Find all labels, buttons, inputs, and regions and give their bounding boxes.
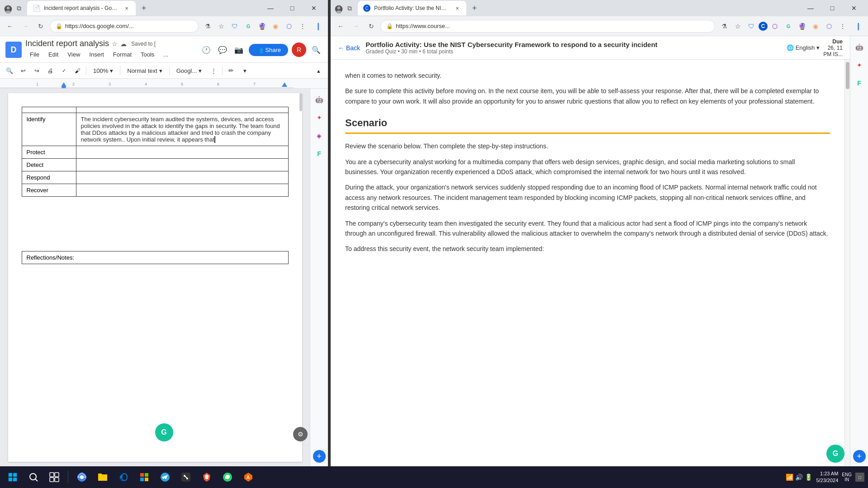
right-bookmark[interactable]: ☆ xyxy=(731,20,744,33)
coursera-content-scroll[interactable]: when it comes to network security. Be su… xyxy=(331,60,844,466)
right-maximize-button[interactable]: □ xyxy=(822,1,843,15)
left-maximize-button[interactable]: □ xyxy=(282,1,303,15)
redo-btn[interactable]: ↪ xyxy=(31,65,43,76)
user-avatar[interactable]: R xyxy=(292,43,306,57)
left-close-button[interactable]: ✕ xyxy=(304,1,324,15)
chevron-up-icon[interactable]: ▴ xyxy=(313,65,324,76)
protect-content[interactable] xyxy=(76,146,288,159)
right-side-panel-toggle[interactable]: ❙ xyxy=(852,20,864,33)
taskbar-avast[interactable]: A xyxy=(239,468,257,486)
docs-logo[interactable]: D xyxy=(5,42,22,58)
taskbar-telegram[interactable] xyxy=(156,468,174,486)
menu-edit[interactable]: Edit xyxy=(44,49,63,60)
profile-icon[interactable] xyxy=(4,5,11,12)
left-address-box[interactable]: 🔒 https://docs.google.com/... xyxy=(50,20,199,33)
taskbar-files[interactable] xyxy=(94,468,112,486)
extension4-icon[interactable]: ◉ xyxy=(269,20,282,33)
taskbar-volume-icon[interactable]: 🔊 xyxy=(795,474,803,481)
print-btn[interactable]: 🖨 xyxy=(44,65,56,76)
new-tab-button[interactable]: + xyxy=(138,2,150,14)
respond-content[interactable] xyxy=(76,171,288,184)
back-button[interactable]: ← Back xyxy=(338,44,360,52)
taskbar-edge[interactable] xyxy=(114,468,133,486)
star-icon[interactable]: ☆ xyxy=(112,40,118,47)
menu-view[interactable]: View xyxy=(63,49,85,60)
tab-stack-icon[interactable]: ⧉ xyxy=(13,2,25,14)
docs-page[interactable]: Identify The incident cybersecurity team… xyxy=(8,93,302,462)
extension3-icon[interactable]: 🔮 xyxy=(256,20,268,33)
start-button[interactable] xyxy=(4,468,22,486)
style-dropdown[interactable]: Normal text ▾ xyxy=(123,66,166,76)
search-labs-icon[interactable]: ⚗ xyxy=(201,20,214,33)
font-dropdown[interactable]: Googl... ▾ xyxy=(172,66,206,76)
more-menu-icon[interactable]: ⋮ xyxy=(296,20,309,33)
search-doc-icon[interactable]: 🔍 xyxy=(310,43,323,56)
copilot-icon[interactable]: ⬡ xyxy=(283,20,295,33)
taskbar-store[interactable] xyxy=(135,468,153,486)
taskbar-widgets[interactable] xyxy=(45,468,63,486)
right-forward-button[interactable]: → xyxy=(350,20,362,33)
right-reload-button[interactable]: ↻ xyxy=(365,20,378,33)
menu-insert[interactable]: Insert xyxy=(85,49,109,60)
forward-nav-button[interactable]: → xyxy=(19,20,32,33)
empty-content-cell[interactable] xyxy=(76,107,288,113)
undo-btn[interactable]: ↩ xyxy=(17,65,29,76)
history-icon[interactable]: 🕐 xyxy=(200,43,213,56)
right-search-labs[interactable]: ⚗ xyxy=(718,20,730,33)
meet-icon[interactable]: 📷 xyxy=(232,43,245,56)
right-more-menu[interactable]: ⋮ xyxy=(836,20,849,33)
comment-icon[interactable]: 💬 xyxy=(216,43,229,56)
right-new-tab-button[interactable]: + xyxy=(468,2,481,14)
taskbar-clock[interactable]: 1:23 AM 5/23/2024 xyxy=(816,470,838,484)
extension2-icon[interactable]: G xyxy=(242,20,255,33)
side-ai-icon-3[interactable]: ◈ xyxy=(312,128,327,143)
more-toolbar-btn[interactable]: ⋮ xyxy=(208,65,219,76)
taskbar-battery-icon[interactable]: 🔋 xyxy=(805,474,812,481)
menu-tools[interactable]: Tools xyxy=(136,49,159,60)
side-ai-icon-2[interactable]: ✦ xyxy=(312,110,327,125)
taskbar-git[interactable] xyxy=(177,468,195,486)
right-tab-close[interactable]: ✕ xyxy=(454,5,461,12)
side-panel-toggle[interactable]: ❙ xyxy=(312,20,324,33)
right-back-button[interactable]: ← xyxy=(334,20,347,33)
cloud-icon[interactable]: ☁ xyxy=(120,40,127,47)
reload-button[interactable]: ↻ xyxy=(34,20,47,33)
right-close-button[interactable]: ✕ xyxy=(844,1,864,15)
bookmark-icon[interactable]: ☆ xyxy=(215,20,228,33)
settings-fab[interactable]: ⚙ xyxy=(293,427,308,441)
right-ext2[interactable]: C xyxy=(759,22,768,31)
right-active-tab[interactable]: C Portfolio Activity: Use the NIST C... … xyxy=(358,1,466,15)
right-address-box[interactable]: 🔒 https://www.course... xyxy=(380,20,715,33)
side-ai-icon-4[interactable]: F xyxy=(312,147,327,161)
reflections-section[interactable]: Reflections/Notes: xyxy=(22,251,289,264)
taskbar-search[interactable] xyxy=(24,468,43,486)
right-profile-icon[interactable] xyxy=(334,5,342,12)
detect-content[interactable] xyxy=(76,159,288,171)
coursera-scrollbar[interactable] xyxy=(844,60,850,466)
extension1-icon[interactable]: 🛡 xyxy=(228,20,241,33)
grammarly-fab-left[interactable]: G xyxy=(155,423,173,441)
language-selector[interactable]: 🌐 English ▾ xyxy=(787,44,820,51)
grammarly-fab-right[interactable]: G xyxy=(826,445,844,463)
menu-file[interactable]: File xyxy=(25,49,44,60)
right-ai-icon-3[interactable]: F xyxy=(852,76,867,90)
taskbar-chrome[interactable] xyxy=(73,468,91,486)
toolbar-collapse-btn[interactable]: ▴ xyxy=(313,65,324,76)
right-copilot[interactable]: ⬡ xyxy=(823,20,835,33)
identify-content[interactable]: The incident cybersecurity team audited … xyxy=(76,113,288,146)
left-tab-close[interactable]: ✕ xyxy=(123,5,130,12)
share-button[interactable]: 👥 Share xyxy=(249,44,288,56)
edit-chevron-btn[interactable]: ▾ xyxy=(239,65,251,76)
right-ext3[interactable]: ⬡ xyxy=(768,20,781,33)
right-ext5[interactable]: 🔮 xyxy=(796,20,808,33)
recover-content[interactable] xyxy=(76,184,288,197)
taskbar-lang[interactable]: ENG IN xyxy=(842,472,852,482)
right-ext6[interactable]: ◉ xyxy=(809,20,822,33)
right-ext1[interactable]: 🛡 xyxy=(745,20,758,33)
right-ai-icon-1[interactable]: 🤖 xyxy=(852,40,867,54)
right-add-button[interactable]: + xyxy=(853,450,866,463)
edit-pencil-btn[interactable]: ✏ xyxy=(225,65,237,76)
spell-check-btn[interactable]: ✓ xyxy=(58,65,70,76)
zoom-out-btn[interactable]: 🔍 xyxy=(4,65,15,76)
right-ai-icon-2[interactable]: ✦ xyxy=(852,58,867,72)
